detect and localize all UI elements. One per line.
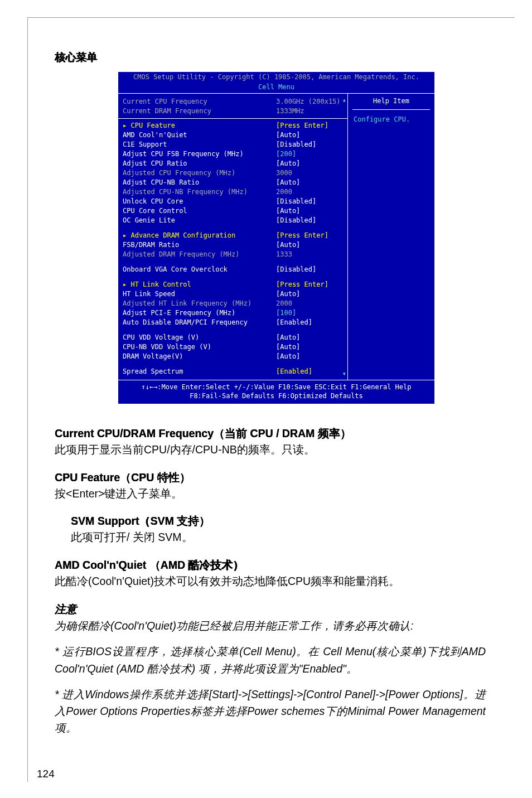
bios-setting-label: Adjusted HT Link Frequency (MHz)	[123, 299, 276, 308]
bios-setting-label: ▸ CPU Feature	[123, 121, 276, 130]
bios-setting-value: [Auto]	[276, 130, 343, 140]
bios-setting-value: 2000	[276, 299, 343, 308]
bios-setting-value: [Auto]	[276, 289, 343, 299]
bios-row-gap	[123, 225, 343, 231]
bios-help-body: Configure CPU.	[352, 109, 430, 123]
descriptions: Current CPU/DRAM Frequency（当前 CPU / DRAM…	[55, 425, 486, 589]
bios-setting-row: CPU VDD Voltage (V)[Auto]	[123, 333, 343, 342]
bios-setting-value: [Enabled]	[276, 318, 343, 327]
bios-setting-value: 1333	[276, 250, 343, 259]
bios-setting-value: [Disabled]	[276, 197, 343, 206]
bios-setting-label: Adjust CPU FSB Frequency (MHz)	[123, 149, 276, 159]
bios-setting-label: HT Link Speed	[123, 289, 276, 299]
bios-setting-label: Adjusted DRAM Frequency (MHz)	[123, 250, 276, 259]
bios-setting-row: AMD Cool'n'Quiet[Auto]	[123, 130, 343, 140]
bios-row-gap	[123, 327, 343, 333]
bios-setting-label: Adjust CPU Ratio	[123, 159, 276, 168]
bios-setting-label: Adjusted CPU-NB Frequency (MHz)	[123, 187, 276, 197]
bios-setting-value: [Auto]	[276, 352, 343, 361]
bios-setting-value: [Disabled]	[276, 265, 343, 274]
section-heading: 核心菜单	[55, 50, 486, 65]
bios-setting-value: [200]	[276, 149, 343, 159]
bios-setting-label: CPU VDD Voltage (V)	[123, 333, 276, 342]
description-body: 此酷冷(Cool'n'Quiet)技术可以有效并动态地降低CPU频率和能量消耗。	[55, 573, 486, 589]
description-body: 此项用于显示当前CPU/内存/CPU-NB的频率。只读。	[55, 442, 486, 458]
description-block: Current CPU/DRAM Frequency（当前 CPU / DRAM…	[55, 425, 486, 458]
bios-titlebar: CMOS Setup Utility - Copyright (C) 1985-…	[118, 72, 434, 82]
bios-setting-row: OC Genie Lite[Disabled]	[123, 216, 343, 225]
bios-setting-label: Auto Disable DRAM/PCI Frequency	[123, 318, 276, 327]
bios-setting-value: [Auto]	[276, 178, 343, 187]
scroll-up-icon: ▴	[342, 96, 346, 104]
note-items: * 运行BIOS设置程序，选择核心菜单(Cell Menu)。在 Cell Me…	[55, 643, 486, 736]
bios-subtitle: Cell Menu	[118, 82, 434, 94]
note-item: * 运行BIOS设置程序，选择核心菜单(Cell Menu)。在 Cell Me…	[55, 643, 486, 676]
bios-setting-row: Onboard VGA Core Overclock[Disabled]	[123, 265, 343, 274]
bios-setting-row: ▸ HT Link Control[Press Enter]	[123, 280, 343, 289]
description-body: 此项可打开/ 关闭 SVM。	[71, 529, 486, 545]
bios-row-gap	[123, 259, 343, 265]
note-lead: 为确保酷冷(Cool'n'Quiet)功能已经被启用并能正常工作，请务必再次确认…	[55, 618, 486, 634]
bios-setting-value: [Auto]	[276, 206, 343, 216]
bios-setting-label: ▸ Advance DRAM Configuration	[123, 231, 276, 240]
bios-setting-label: OC Genie Lite	[123, 216, 276, 225]
scroll-down-icon: ▾	[342, 370, 346, 378]
bios-setting-label: AMD Cool'n'Quiet	[123, 130, 276, 140]
bios-setting-label: FSB/DRAM Ratio	[123, 240, 276, 250]
bios-setting-row: Adjusted CPU Frequency (MHz)3000	[123, 168, 343, 178]
bios-setting-row: FSB/DRAM Ratio[Auto]	[123, 240, 343, 250]
bios-setting-row: ▸ CPU Feature[Press Enter]	[123, 121, 343, 130]
bios-divider	[118, 118, 347, 119]
bios-setting-value: 3000	[276, 168, 343, 178]
bios-setting-value: [Press Enter]	[276, 280, 343, 289]
description-block: AMD Cool'n'Quiet （AMD 酷冷技术）此酷冷(Cool'n'Qu…	[55, 557, 486, 590]
bios-setting-value: [Press Enter]	[276, 121, 343, 130]
bios-setting-value: 3.00GHz (200x15)	[276, 97, 343, 107]
bios-setting-label: Spread Spectrum	[123, 367, 276, 376]
bios-setting-row: Adjust CPU-NB Ratio[Auto]	[123, 178, 343, 187]
bios-setting-value: [Press Enter]	[276, 231, 343, 240]
bios-setting-value: [Auto]	[276, 159, 343, 168]
bios-setting-row: Adjust CPU Ratio[Auto]	[123, 159, 343, 168]
bios-setting-row: CPU-NB VDD Voltage (V)[Auto]	[123, 342, 343, 352]
bios-setting-row: Adjusted HT Link Frequency (MHz)2000	[123, 299, 343, 308]
bios-footer-line2: F8:Fail-Safe Defaults F6:Optimized Defau…	[118, 391, 434, 400]
bios-settings-panel: ▴ ▾ Current CPU Frequency3.00GHz (200x15…	[118, 94, 348, 380]
bios-setting-value: [Disabled]	[276, 140, 343, 149]
bios-setting-value: [Auto]	[276, 240, 343, 250]
description-title: SVM Support（SVM 支持）	[71, 513, 486, 529]
bios-setting-label: ▸ HT Link Control	[123, 280, 276, 289]
bios-setting-value: [Enabled]	[276, 367, 343, 376]
bios-setting-row: ▸ Advance DRAM Configuration[Press Enter…	[123, 231, 343, 240]
bios-setting-label: Unlock CPU Core	[123, 197, 276, 206]
bios-setting-label: C1E Support	[123, 140, 276, 149]
note-title: 注意	[55, 601, 486, 618]
note-item: * 进入Windows操作系统并选择[Start]->[Settings]->[…	[55, 686, 486, 737]
bios-setting-row: Auto Disable DRAM/PCI Frequency[Enabled]	[123, 318, 343, 327]
bios-setting-row: Current CPU Frequency3.00GHz (200x15)	[123, 97, 343, 107]
description-title: Current CPU/DRAM Frequency（当前 CPU / DRAM…	[55, 425, 486, 442]
bios-footer-line1: ↑↓←→:Move Enter:Select +/-/:Value F10:Sa…	[118, 383, 434, 391]
description-block: SVM Support（SVM 支持）此项可打开/ 关闭 SVM。	[71, 513, 486, 546]
bios-setting-row: Current DRAM Frequency1333MHz	[123, 107, 343, 116]
bios-setting-row: Adjusted DRAM Frequency (MHz)1333	[123, 250, 343, 259]
bios-setting-row: Adjust CPU FSB Frequency (MHz)[200]	[123, 149, 343, 159]
page-content: 核心菜单 CMOS Setup Utility - Copyright (C) …	[55, 50, 486, 737]
bios-setting-label: CPU-NB VDD Voltage (V)	[123, 342, 276, 352]
bios-row-gap	[123, 361, 343, 367]
bios-setting-value: [Disabled]	[276, 216, 343, 225]
description-title: CPU Feature（CPU 特性）	[55, 470, 486, 486]
description-body: 按<Enter>键进入子菜单。	[55, 486, 486, 502]
bios-setting-value: 2000	[276, 187, 343, 197]
bios-setting-label: CPU Core Control	[123, 206, 276, 216]
page-number: 124	[37, 768, 55, 780]
bios-setting-label: Current CPU Frequency	[123, 97, 276, 107]
bios-setting-value: [100]	[276, 308, 343, 318]
bios-setting-row: C1E Support[Disabled]	[123, 140, 343, 149]
bios-setting-row: DRAM Voltage(V)[Auto]	[123, 352, 343, 361]
bios-setting-label: Current DRAM Frequency	[123, 107, 276, 116]
bios-setting-row: Spread Spectrum[Enabled]	[123, 367, 343, 376]
bios-help-title: Help Item	[352, 97, 430, 109]
bios-setting-row: HT Link Speed[Auto]	[123, 289, 343, 299]
bios-setting-row: CPU Core Control[Auto]	[123, 206, 343, 216]
